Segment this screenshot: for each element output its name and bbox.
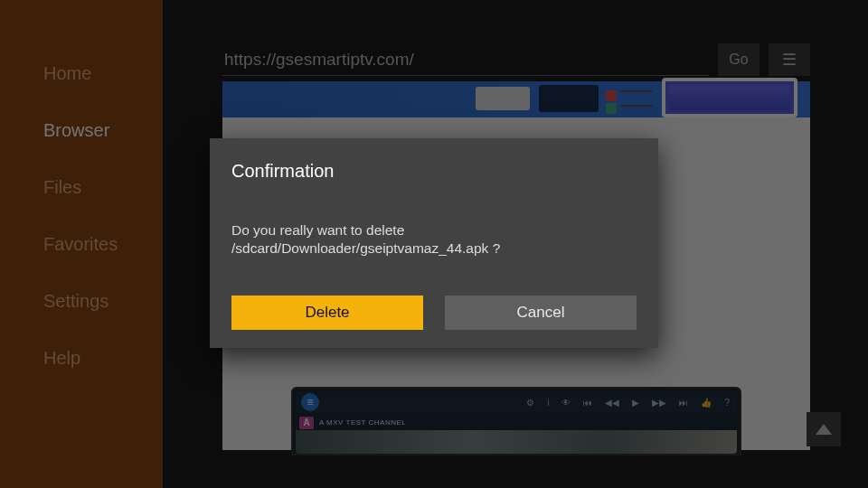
confirmation-dialog: Confirmation Do you really want to delet… — [210, 138, 658, 348]
dialog-message: Do you really want to delete /sdcard/Dow… — [231, 221, 637, 258]
dialog-buttons: Delete Cancel — [231, 296, 637, 330]
dialog-title: Confirmation — [231, 161, 334, 182]
cancel-button[interactable]: Cancel — [445, 296, 637, 330]
delete-button[interactable]: Delete — [231, 296, 423, 330]
